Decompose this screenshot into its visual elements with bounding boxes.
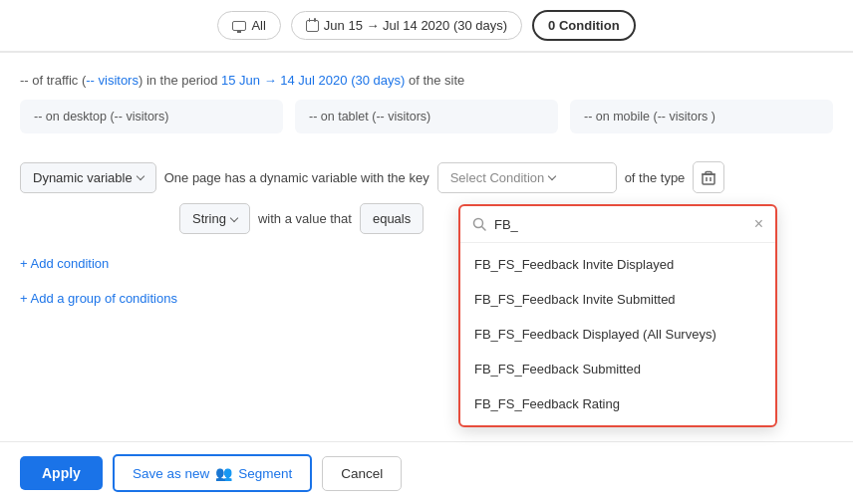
device-stats: -- on desktop (-- visitors) -- on tablet… (0, 100, 853, 149)
search-icon (472, 217, 486, 231)
close-dropdown-icon[interactable]: × (754, 216, 763, 232)
people-icon: 👥 (215, 465, 232, 481)
summary-prefix: -- of traffic ( (20, 73, 86, 88)
dropdown-search-input[interactable] (494, 217, 746, 232)
save-segment-text-1: Save as new (133, 466, 209, 481)
monitor-icon (232, 21, 246, 31)
condition-main-text: One page has a dynamic variable with the… (164, 170, 429, 185)
tablet-label: -- on tablet (-- visitors) (309, 110, 430, 124)
mobile-label: -- on mobile (-- visitors ) (584, 110, 715, 124)
string-label: String (192, 211, 226, 226)
select-condition-button[interactable]: Select Condition (437, 162, 617, 193)
save-segment-button[interactable]: Save as new 👥 Segment (113, 454, 312, 492)
add-condition-link[interactable]: + Add condition (20, 248, 109, 279)
equals-label: equals (373, 211, 411, 226)
string-chevron-icon (230, 213, 238, 221)
value-label: with a value that (258, 211, 352, 226)
svg-line-6 (482, 227, 486, 231)
dropdown-search-area: × (460, 206, 775, 243)
condition-button[interactable]: 0 Condition (532, 10, 636, 41)
svg-rect-0 (703, 174, 714, 184)
dropdown-item-1[interactable]: FB_FS_Feedback Invite Submitted (460, 282, 775, 317)
dynamic-variable-button[interactable]: Dynamic variable (20, 162, 156, 193)
save-segment-text-2: Segment (238, 466, 292, 481)
dynamic-variable-label: Dynamic variable (33, 170, 133, 185)
date-range-label: Jun 15 → Jul 14 2020 (30 days) (324, 18, 507, 33)
type-label: of the type (625, 170, 686, 185)
condition-dropdown: × FB_FS_Feedback Invite Displayed FB_FS_… (458, 204, 777, 427)
condition-area: Dynamic variable One page has a dynamic … (0, 149, 853, 326)
dropdown-item-0[interactable]: FB_FS_Feedback Invite Displayed (460, 247, 775, 282)
summary-middle: ) in the period (139, 73, 221, 88)
top-bar: All Jun 15 → Jul 14 2020 (30 days) 0 Con… (0, 0, 853, 52)
add-group-link[interactable]: + Add a group of conditions (20, 283, 177, 314)
dropdown-item-3[interactable]: FB_FS_Feedback Submitted (460, 352, 775, 386)
top-divider (0, 52, 853, 53)
cancel-button[interactable]: Cancel (322, 456, 402, 491)
delete-condition-button[interactable] (693, 161, 724, 193)
summary-suffix: of the site (405, 73, 464, 88)
mobile-box: -- on mobile (-- visitors ) (570, 100, 833, 133)
visitors-link[interactable]: -- visitors (86, 73, 139, 88)
date-range-button[interactable]: Jun 15 → Jul 14 2020 (30 days) (291, 11, 522, 40)
select-condition-placeholder: Select Condition (450, 170, 545, 185)
all-button[interactable]: All (217, 11, 280, 40)
dropdown-list: FB_FS_Feedback Invite Displayed FB_FS_Fe… (460, 243, 775, 425)
desktop-label: -- on desktop (-- visitors) (34, 110, 168, 124)
desktop-box: -- on desktop (-- visitors) (20, 100, 283, 133)
string-type-button[interactable]: String (179, 203, 250, 234)
dropdown-item-2[interactable]: FB_FS_Feedback Displayed (All Surveys) (460, 317, 775, 352)
condition-row-1: Dynamic variable One page has a dynamic … (20, 161, 833, 193)
tablet-box: -- on tablet (-- visitors) (295, 100, 558, 133)
date-link[interactable]: 15 Jun → 14 Jul 2020 (30 days) (221, 73, 405, 88)
equals-button[interactable]: equals (360, 203, 424, 234)
dropdown-item-4[interactable]: FB_FS_Feedback Rating (460, 386, 775, 421)
bottom-actions: Apply Save as new 👥 Segment Cancel (0, 441, 853, 504)
calendar-icon (306, 20, 319, 32)
page-wrapper: All Jun 15 → Jul 14 2020 (30 days) 0 Con… (0, 0, 853, 504)
apply-button[interactable]: Apply (20, 456, 103, 490)
summary-row: -- of traffic (-- visitors) in the perio… (0, 61, 853, 100)
trash-icon (702, 170, 715, 185)
chevron-down-icon (136, 172, 143, 180)
all-label: All (251, 18, 265, 33)
select-chevron-icon (548, 172, 556, 180)
condition-label: 0 Condition (548, 18, 620, 33)
